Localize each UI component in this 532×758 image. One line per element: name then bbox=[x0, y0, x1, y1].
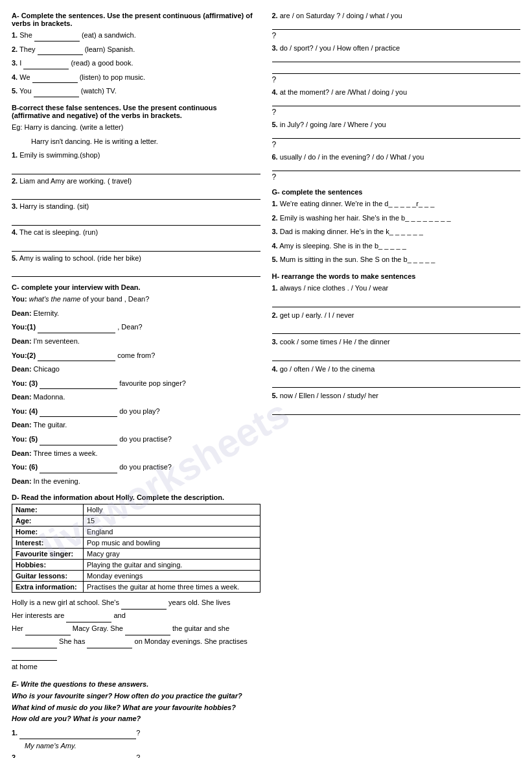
section-b-title: B-correct these false sentences. Use the… bbox=[12, 104, 260, 119]
section-g-title: G- complete the sentences bbox=[272, 188, 521, 196]
section-h-answer-5[interactable] bbox=[272, 405, 521, 415]
section-c-you5: You: (5) do you practise? bbox=[12, 434, 260, 445]
table-cell-label: Extra information: bbox=[12, 582, 84, 593]
section-f-answer-5a[interactable] bbox=[272, 128, 521, 139]
section-g-item-3: 3. Dad is making dinner. He's in the k_ … bbox=[272, 226, 521, 238]
section-c-you4: You: (4) do you play? bbox=[12, 406, 260, 418]
section-e-title: E- Write the questions to these answers. bbox=[12, 680, 260, 688]
section-f-item-5: 5. in July? / going /are / Where / you ? bbox=[272, 121, 521, 149]
section-b-item-2: 2. Liam and Amy are working. ( travel) bbox=[12, 176, 260, 187]
section-f-answer-4a[interactable] bbox=[272, 96, 521, 106]
section-b-item-3: 3. Harry is standing. (sit) bbox=[12, 201, 260, 213]
section-f-item-3: 3. do / sport? / you / How often / pract… bbox=[272, 44, 521, 84]
table-cell-value: Holly bbox=[84, 504, 260, 515]
section-g-items: 1. We're eating dinner. We're in the d_ … bbox=[272, 198, 521, 266]
section-f-answer-6a[interactable] bbox=[272, 161, 521, 171]
table-cell-label: Home: bbox=[12, 527, 84, 538]
section-c-you1: You:(1) , Dean? bbox=[12, 322, 260, 333]
table-cell-label: Interest: bbox=[12, 538, 84, 549]
table-cell-value: Monday evenings bbox=[84, 571, 260, 582]
section-c-intro: You: what's the name of your band , Dean… bbox=[12, 294, 260, 305]
section-h-item-2: 2. get up / early. / I / never bbox=[272, 310, 521, 322]
section-b-answer-4[interactable] bbox=[12, 241, 260, 252]
section-a-title: A- Complete the sentences. Use the prese… bbox=[12, 12, 260, 27]
section-f-item-4: 4. at the moment? / are /What / doing / … bbox=[272, 88, 521, 117]
table-cell-label: Guitar lessons: bbox=[12, 571, 84, 582]
section-c-dean2: Dean: I'm seventeen. bbox=[12, 336, 260, 348]
left-column: A- Complete the sentences. Use the prese… bbox=[12, 12, 260, 758]
section-a-item-1: 1. She (eat) a sandwich. bbox=[12, 30, 260, 41]
section-a-item-2: 2. They (learn) Spanish. bbox=[12, 44, 260, 56]
section-c-dean3: Dean: Chicago bbox=[12, 364, 260, 375]
table-row: Name: Holly bbox=[12, 504, 260, 515]
section-e-prompt: Who is your favourite singer? How often … bbox=[12, 691, 260, 725]
table-cell-label: Hobbies: bbox=[12, 560, 84, 571]
section-c-dean7: Dean: In the evening. bbox=[12, 476, 260, 488]
section-b-item-1: 1. Emily is swimming.(shop) bbox=[12, 150, 260, 161]
section-h-answer-3[interactable] bbox=[272, 351, 521, 361]
table-cell-value: Macy gray bbox=[84, 549, 260, 560]
section-a-item-5: 5. You (watch) TV. bbox=[12, 86, 260, 97]
table-row: Hobbies: Playing the guitar and singing. bbox=[12, 560, 260, 571]
section-h-answer-1[interactable] bbox=[272, 297, 521, 307]
section-h-item-3: 3. cook / some times / He / the dinner bbox=[272, 337, 521, 348]
section-d: D- Read the information about Holly. Com… bbox=[12, 493, 260, 674]
section-f-answer-3b[interactable] bbox=[272, 64, 521, 74]
section-h-item-4: 4. go / often / We / to the cinema bbox=[272, 364, 521, 375]
section-g-item-4: 4. Amy is sleeping. She is in the b_ _ _… bbox=[272, 241, 521, 252]
section-e-item-1: 1. ? bbox=[12, 728, 260, 739]
table-cell-label: Favourite singer: bbox=[12, 549, 84, 560]
section-c: C- complete your interview with Dean. Yo… bbox=[12, 283, 260, 487]
section-h-title: H- rearrange the words to make sentences bbox=[272, 272, 521, 280]
section-f-item-2: 2. are / on Saturday ? / doing / what / … bbox=[272, 12, 521, 40]
table-row: Favourite singer: Macy gray bbox=[12, 549, 260, 560]
section-b-eg: Eg: Harry is dancing. (write a letter) bbox=[12, 122, 260, 134]
table-cell-value: Practises the guitar at home three times… bbox=[84, 582, 260, 593]
table-cell-value: England bbox=[84, 527, 260, 538]
section-e-item-2: 2. ? bbox=[12, 752, 260, 758]
section-b-answer-2[interactable] bbox=[12, 189, 260, 200]
section-g: G- complete the sentences 1. We're eatin… bbox=[272, 188, 521, 266]
section-h-item-1: 1. always / nice clothes . / You / wear bbox=[272, 283, 521, 294]
section-f-answer-2a[interactable] bbox=[272, 19, 521, 30]
section-b-answer-1[interactable] bbox=[12, 164, 260, 174]
section-c-dean1: Dean: Eternity. bbox=[12, 308, 260, 320]
section-h-item-5: 5. now / Ellen / lesson / study/ her bbox=[272, 390, 521, 402]
table-cell-value: Playing the guitar and singing. bbox=[84, 560, 260, 571]
section-g-item-5: 5. Mum is sitting in the sun. She S on t… bbox=[272, 254, 521, 266]
section-c-you2: You:(2) come from? bbox=[12, 350, 260, 362]
section-b-item-5: 5. Amy is waling to school. (ride her bi… bbox=[12, 253, 260, 265]
section-d-title: D- Read the information about Holly. Com… bbox=[12, 493, 260, 501]
section-g-item-1: 1. We're eating dinner. We're in the d_ … bbox=[272, 198, 521, 210]
section-b-eg2: Harry isn't dancing. He is writing a let… bbox=[31, 136, 260, 148]
section-c-you3: You: (3) favourite pop singer? bbox=[12, 378, 260, 390]
section-a: A- Complete the sentences. Use the prese… bbox=[12, 12, 260, 97]
table-cell-value: Pop music and bowling bbox=[84, 538, 260, 549]
section-f-answer-3a[interactable] bbox=[272, 52, 521, 62]
table-row: Home: England bbox=[12, 527, 260, 538]
table-cell-value: 15 bbox=[84, 515, 260, 527]
section-c-dean5: Dean: The guitar. bbox=[12, 420, 260, 431]
table-cell-label: Age: bbox=[12, 515, 84, 527]
table-cell-label: Name: bbox=[12, 504, 84, 515]
section-b-answer-3[interactable] bbox=[12, 215, 260, 226]
section-h-answer-4[interactable] bbox=[272, 377, 521, 388]
section-f-item-6: 6. usually / do / in the evening? / do /… bbox=[272, 153, 521, 182]
section-g-item-2: 2. Emily is washing her hair. She's in t… bbox=[272, 213, 521, 224]
section-e: E- Write the questions to these answers.… bbox=[12, 680, 260, 758]
section-c-dean4: Dean: Madonna. bbox=[12, 392, 260, 403]
section-c-title: C- complete your interview with Dean. bbox=[12, 283, 260, 291]
section-f-cont: 2. are / on Saturday ? / doing / what / … bbox=[272, 12, 521, 182]
table-row: Interest: Pop music and bowling bbox=[12, 538, 260, 549]
right-column: 2. are / on Saturday ? / doing / what / … bbox=[272, 12, 521, 758]
section-b: B-correct these false sentences. Use the… bbox=[12, 104, 260, 277]
table-row: Age: 15 bbox=[12, 515, 260, 527]
section-b-answer-5[interactable] bbox=[12, 266, 260, 277]
section-b-item-4: 4. The cat is sleeping. (run) bbox=[12, 227, 260, 239]
section-d-desc: Holly is a new girl at school. She's yea… bbox=[12, 597, 260, 674]
section-h-answer-2[interactable] bbox=[272, 324, 521, 334]
section-h: H- rearrange the words to make sentences… bbox=[272, 272, 521, 415]
section-a-item-4: 4. We (listen) to pop music. bbox=[12, 72, 260, 84]
table-row: Guitar lessons: Monday evenings bbox=[12, 571, 260, 582]
section-a-item-3: 3. I (read) a good book. bbox=[12, 58, 260, 69]
